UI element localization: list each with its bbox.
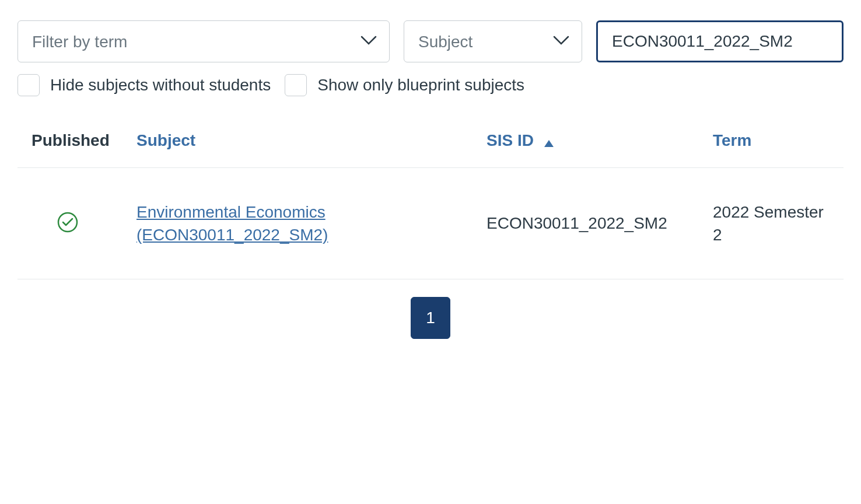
header-term[interactable]: Term: [713, 131, 751, 149]
table-row: Environmental Economics (ECON30011_2022_…: [18, 168, 844, 279]
term-value: 2022 Semester 2: [713, 203, 824, 244]
svg-point-0: [58, 213, 77, 232]
subject-link[interactable]: Environmental Economics (ECON30011_2022_…: [136, 203, 328, 244]
header-subject[interactable]: Subject: [136, 131, 195, 149]
header-sis-id[interactable]: SIS ID: [487, 131, 554, 149]
hide-without-students-label[interactable]: Hide subjects without students: [50, 76, 271, 94]
published-check-icon: [57, 225, 78, 235]
search-input[interactable]: [596, 20, 844, 62]
pagination: 1: [18, 297, 844, 339]
page-1-button[interactable]: 1: [411, 297, 450, 339]
show-blueprint-label[interactable]: Show only blueprint subjects: [317, 76, 524, 94]
header-published: Published: [32, 131, 110, 149]
hide-without-students-checkbox[interactable]: [18, 74, 40, 96]
filter-by-term-select[interactable]: Filter by term: [18, 20, 390, 62]
subjects-table: Published Subject SIS ID Term: [18, 131, 844, 279]
sis-id-value: ECON30011_2022_SM2: [487, 214, 667, 232]
show-blueprint-checkbox[interactable]: [285, 74, 307, 96]
sort-ascending-icon: [544, 132, 554, 151]
filter-subject-select[interactable]: Subject: [404, 20, 582, 62]
